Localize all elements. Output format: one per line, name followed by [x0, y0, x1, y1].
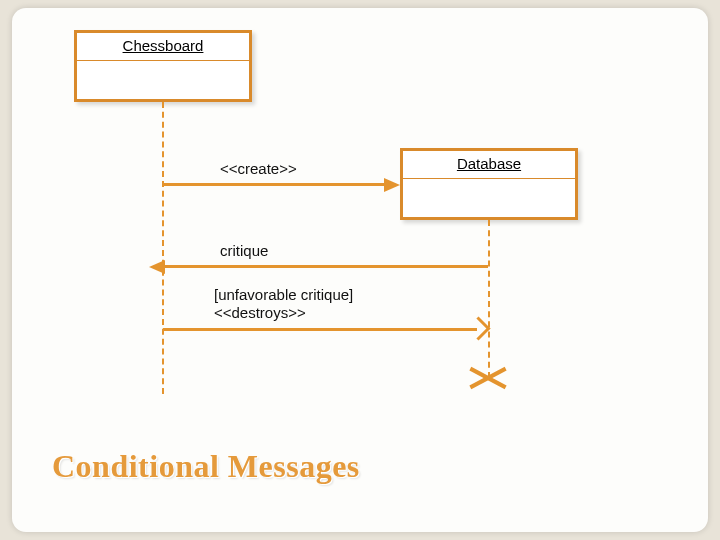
message-create-arrowhead	[384, 178, 400, 192]
message-critique-arrowhead	[149, 260, 165, 274]
object-database-divider	[403, 178, 575, 179]
object-database: Database	[400, 148, 578, 220]
message-destroy-guard-label: [unfavorable critique]	[214, 286, 353, 303]
lifeline-chessboard	[162, 102, 164, 394]
message-destroy-arrowhead	[466, 316, 490, 340]
slide-canvas: Chessboard Database <<create>> critique …	[12, 8, 708, 532]
object-chessboard-label: Chessboard	[77, 33, 249, 54]
message-create-line	[163, 183, 385, 186]
object-chessboard: Chessboard	[74, 30, 252, 102]
slide-title: Conditional Messages	[52, 448, 360, 485]
message-critique-line	[163, 265, 488, 268]
message-critique-label: critique	[220, 242, 268, 259]
message-create-label: <<create>>	[220, 160, 297, 177]
object-chessboard-divider	[77, 60, 249, 61]
message-destroy-line	[163, 328, 477, 331]
object-database-label: Database	[403, 151, 575, 172]
lifeline-database	[488, 220, 490, 378]
message-destroy-label: <<destroys>>	[214, 304, 306, 321]
